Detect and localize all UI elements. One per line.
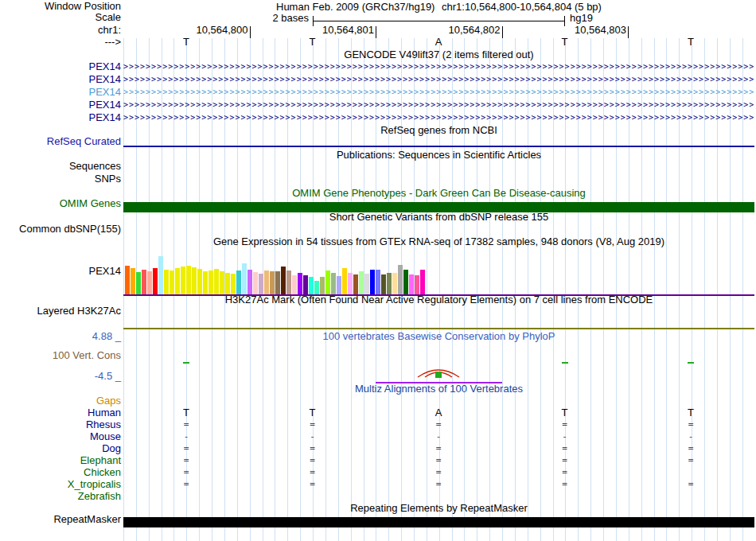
multiz-species-label[interactable]: Chicken <box>84 466 121 478</box>
gtex-baseline[interactable] <box>123 294 754 296</box>
gtex-expression-bar[interactable] <box>186 266 191 294</box>
phylop-center-item[interactable] <box>376 382 502 383</box>
refseq-curated-label[interactable]: RefSeq Curated <box>47 136 121 147</box>
gencode-transcript-label[interactable]: PEX14 <box>89 60 121 73</box>
gtex-expression-bar[interactable] <box>158 256 163 294</box>
gencode-transcript-arrows[interactable]: >>>>>>>>>>>>>>>>>>>>>>>>>>>>>>>>>>>>>>>>… <box>123 73 754 86</box>
gtex-expression-bar[interactable] <box>320 277 325 294</box>
phylop-track-label[interactable]: 100 Vert. Cons <box>53 350 121 361</box>
gtex-expression-bar[interactable] <box>342 268 347 294</box>
multiz-species-label[interactable]: Rhesus <box>86 418 121 430</box>
multiz-alignment-mark: - <box>184 430 189 442</box>
gtex-expression-bar[interactable] <box>153 268 158 294</box>
gtex-expression-bar[interactable] <box>208 270 213 294</box>
gtex-expression-bar[interactable] <box>359 271 364 294</box>
repeatmasker-label[interactable]: RepeatMasker <box>53 514 121 525</box>
gtex-expression-bar[interactable] <box>181 267 185 294</box>
phylop-conservation-track[interactable] <box>123 345 754 383</box>
gtex-expression-bar[interactable] <box>409 274 414 294</box>
gtex-expression-bar[interactable] <box>353 274 358 294</box>
gtex-expression-bar[interactable] <box>192 267 197 294</box>
gtex-expression-bar[interactable] <box>370 270 375 294</box>
gtex-expression-bar[interactable] <box>253 272 258 294</box>
window-position-label: Window Position <box>45 1 121 12</box>
multiz-alignment-mark: = <box>310 442 315 454</box>
refseq-curated-line[interactable] <box>123 146 754 147</box>
gtex-expression-bar[interactable] <box>376 270 380 294</box>
multiz-alignment-mark: T <box>183 407 189 418</box>
gtex-expression-bar[interactable] <box>136 272 141 294</box>
multiz-species-label[interactable]: X_tropicalis <box>68 478 121 490</box>
gtex-expression-bar[interactable] <box>364 274 369 294</box>
gtex-expression-bar[interactable] <box>392 273 397 294</box>
sequences-label[interactable]: Sequences <box>69 161 121 172</box>
gtex-expression-bar[interactable] <box>286 270 291 294</box>
gencode-transcript-arrows[interactable]: >>>>>>>>>>>>>>>>>>>>>>>>>>>>>>>>>>>>>>>>… <box>123 111 754 124</box>
gtex-expression-bar[interactable] <box>175 268 180 294</box>
gtex-expression-bar[interactable] <box>331 273 336 294</box>
multiz-species-label[interactable]: Dog <box>102 442 121 454</box>
phylop-upper-value: 4.88 _ <box>92 331 121 342</box>
omim-genes-bar[interactable] <box>123 202 754 212</box>
repeatmasker-bar[interactable] <box>123 517 754 527</box>
gencode-transcript-arrows[interactable]: >>>>>>>>>>>>>>>>>>>>>>>>>>>>>>>>>>>>>>>>… <box>123 99 754 111</box>
gtex-expression-bar[interactable] <box>259 274 263 294</box>
gtex-expression-bar[interactable] <box>147 271 152 294</box>
gtex-expression-bar[interactable] <box>164 270 169 294</box>
gtex-expression-bar[interactable] <box>325 270 330 294</box>
gencode-transcript-label[interactable]: PEX14 <box>89 99 121 111</box>
gtex-expression-bar[interactable] <box>387 273 392 294</box>
gtex-expression-bar[interactable] <box>242 263 247 294</box>
assembly-label: Human Feb. 2009 (GRCh37/hg19) <box>276 1 435 13</box>
omim-genes-label[interactable]: OMIM Genes <box>60 198 121 209</box>
gtex-expression-bar[interactable] <box>275 271 280 294</box>
scale-bar <box>313 21 565 21</box>
gtex-expression-bar[interactable] <box>381 274 386 294</box>
gtex-expression-bar[interactable] <box>142 270 146 294</box>
gencode-transcript-arrows[interactable]: >>>>>>>>>>>>>>>>>>>>>>>>>>>>>>>>>>>>>>>>… <box>123 86 754 99</box>
gtex-expression-bar[interactable] <box>170 270 174 294</box>
gtex-expression-bar[interactable] <box>281 267 286 294</box>
gtex-expression-bar[interactable] <box>415 275 419 294</box>
gencode-transcript-label[interactable]: PEX14 <box>89 86 121 99</box>
gtex-track-title: Gene Expression in 54 tissues from GTEx … <box>123 236 754 247</box>
h3k27ac-baseline[interactable] <box>123 328 754 329</box>
gtex-expression-bar[interactable] <box>236 270 241 294</box>
gtex-expression-bar[interactable] <box>247 270 252 294</box>
gtex-expression-bar[interactable] <box>197 269 202 294</box>
gtex-expression-bar[interactable] <box>420 270 425 294</box>
ruler-base: A <box>435 37 442 48</box>
gtex-expression-bar[interactable] <box>314 281 319 294</box>
gtex-expression-bar[interactable] <box>131 268 135 294</box>
gtex-expression-bar[interactable] <box>203 271 208 294</box>
gtex-expression-bar[interactable] <box>220 271 224 294</box>
gtex-expression-bar[interactable] <box>337 276 341 294</box>
snps-label[interactable]: SNPs <box>95 173 121 185</box>
h3k27ac-track-title: H3K27Ac Mark (Often Found Near Active Re… <box>123 294 754 306</box>
gencode-transcript-arrows[interactable]: >>>>>>>>>>>>>>>>>>>>>>>>>>>>>>>>>>>>>>>>… <box>123 60 754 73</box>
gtex-gene-label[interactable]: PEX14 <box>89 266 121 277</box>
gtex-expression-bar[interactable] <box>264 270 269 294</box>
gtex-expression-bar[interactable] <box>309 277 314 294</box>
gencode-transcript-label[interactable]: PEX14 <box>89 73 121 86</box>
gtex-expression-bar[interactable] <box>225 273 230 294</box>
gtex-expression-bar[interactable] <box>125 266 130 294</box>
multiz-alignment-mark: = <box>184 418 189 430</box>
h3k27ac-label[interactable]: Layered H3K27Ac <box>37 306 121 317</box>
gtex-expression-bar[interactable] <box>403 270 408 294</box>
gencode-transcript-label[interactable]: PEX14 <box>89 111 121 124</box>
dbsnp-label[interactable]: Common dbSNP(155) <box>19 224 121 235</box>
gtex-expression-bar[interactable] <box>270 271 275 294</box>
gtex-expression-bar[interactable] <box>298 273 302 294</box>
gtex-expression-bar[interactable] <box>398 265 403 294</box>
multiz-species-label[interactable]: Mouse <box>90 430 121 442</box>
gtex-expression-bar[interactable] <box>231 274 236 294</box>
gtex-expression-bar[interactable] <box>214 269 219 294</box>
gtex-expression-bar[interactable] <box>292 275 297 294</box>
multiz-species-label[interactable]: Gaps <box>96 395 121 407</box>
multiz-species-label[interactable]: Elephant <box>80 454 121 466</box>
gtex-expression-bar[interactable] <box>348 273 353 294</box>
gtex-expression-bar[interactable] <box>303 275 308 294</box>
multiz-species-label[interactable]: Zebrafish <box>78 490 121 502</box>
multiz-species-label[interactable]: Human <box>88 407 121 418</box>
